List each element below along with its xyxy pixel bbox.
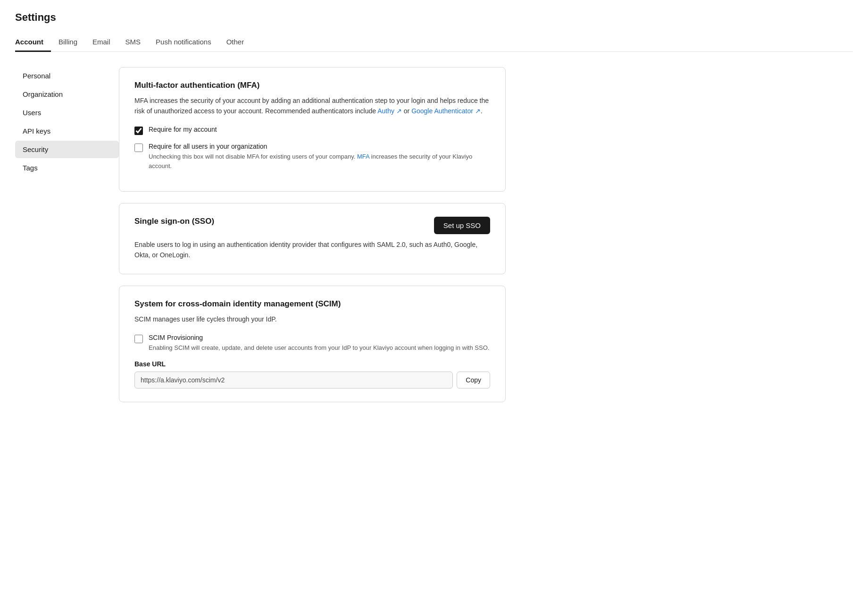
authy-link[interactable]: Authy ↗ xyxy=(377,107,402,115)
tab-sms[interactable]: SMS xyxy=(118,33,149,52)
scim-title: System for cross-domain identity managem… xyxy=(134,299,490,309)
mfa-require-org-checkbox[interactable] xyxy=(134,144,143,152)
mfa-title: Multi-factor authentication (MFA) xyxy=(134,81,490,90)
base-url-input-row: Copy xyxy=(134,372,490,389)
sidebar-item-tags[interactable]: Tags xyxy=(15,159,119,177)
base-url-section: Base URL Copy xyxy=(134,360,490,389)
tab-billing[interactable]: Billing xyxy=(51,33,85,52)
mfa-require-my-account-row: Require for my account xyxy=(134,126,490,135)
scim-provisioning-row: SCIM Provisioning Enabling SCIM will cre… xyxy=(134,334,490,353)
page-title: Settings xyxy=(15,11,853,24)
mfa-or-text: or xyxy=(402,107,411,115)
mfa-link[interactable]: MFA xyxy=(357,153,369,160)
mfa-require-org-sublabel: Unchecking this box will not disable MFA… xyxy=(149,152,490,170)
sidebar-item-users[interactable]: Users xyxy=(15,104,119,121)
mfa-description: MFA increases the security of your accou… xyxy=(134,96,490,116)
sidebar-item-api-keys[interactable]: API keys xyxy=(15,122,119,140)
mfa-desc-end: . xyxy=(481,107,483,115)
tab-other[interactable]: Other xyxy=(219,33,252,52)
page-header: Settings Account Billing Email SMS Push … xyxy=(0,0,868,52)
main-content: Multi-factor authentication (MFA) MFA in… xyxy=(119,67,506,402)
sidebar: Personal Organization Users API keys Sec… xyxy=(15,67,119,402)
tab-email[interactable]: Email xyxy=(85,33,118,52)
mfa-card: Multi-factor authentication (MFA) MFA in… xyxy=(119,67,506,192)
sidebar-item-personal[interactable]: Personal xyxy=(15,67,119,85)
sso-header-row: Single sign-on (SSO) Set up SSO xyxy=(134,217,490,234)
sidebar-item-security[interactable]: Security xyxy=(15,141,119,158)
tab-push-notifications[interactable]: Push notifications xyxy=(148,33,219,52)
mfa-require-org-label[interactable]: Require for all users in your organizati… xyxy=(149,143,490,170)
google-auth-link[interactable]: Google Authenticator ↗ xyxy=(411,107,481,115)
mfa-require-account-checkbox[interactable] xyxy=(134,127,143,135)
base-url-input[interactable] xyxy=(134,372,453,389)
sidebar-item-organization[interactable]: Organization xyxy=(15,85,119,103)
scim-provisioning-checkbox[interactable] xyxy=(134,335,143,343)
setup-sso-button[interactable]: Set up SSO xyxy=(434,217,490,234)
scim-provisioning-sublabel: Enabling SCIM will create, update, and d… xyxy=(149,343,489,353)
top-tabs: Account Billing Email SMS Push notificat… xyxy=(15,33,853,52)
base-url-label: Base URL xyxy=(134,360,490,368)
scim-card: System for cross-domain identity managem… xyxy=(119,286,506,402)
tab-account[interactable]: Account xyxy=(15,33,51,52)
sso-card: Single sign-on (SSO) Set up SSO Enable u… xyxy=(119,203,506,274)
mfa-require-org-row: Require for all users in your organizati… xyxy=(134,143,490,170)
sso-description: Enable users to log in using an authenti… xyxy=(134,240,490,260)
scim-provisioning-label[interactable]: SCIM Provisioning Enabling SCIM will cre… xyxy=(149,334,489,353)
content-area: Personal Organization Users API keys Sec… xyxy=(0,52,868,417)
copy-button[interactable]: Copy xyxy=(457,372,490,389)
sso-title: Single sign-on (SSO) xyxy=(134,217,214,226)
scim-description: SCIM manages user life cycles through yo… xyxy=(134,314,490,325)
mfa-require-account-label[interactable]: Require for my account xyxy=(149,126,217,133)
